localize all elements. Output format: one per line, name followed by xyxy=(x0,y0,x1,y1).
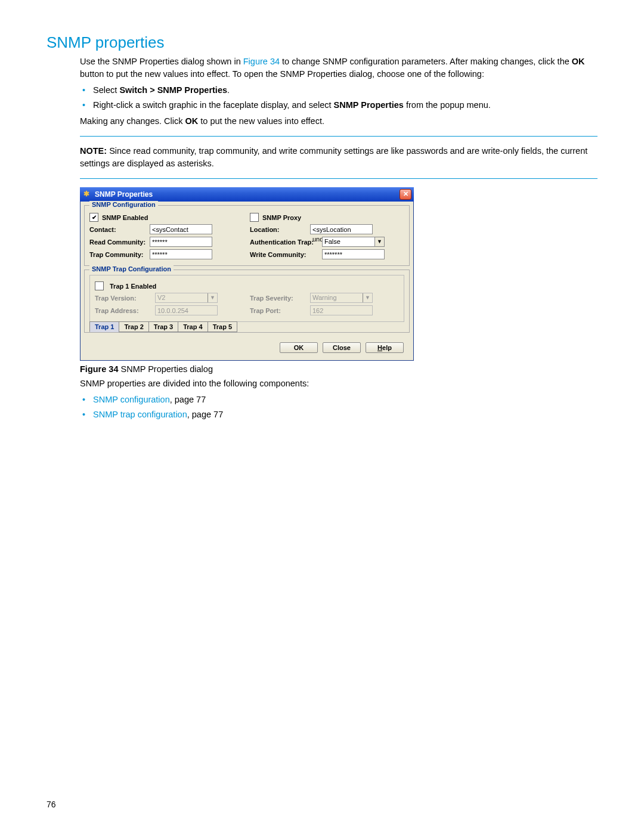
snmp-enabled-label: SNMP Enabled xyxy=(102,214,148,221)
trap-version-label: Trap Version: xyxy=(95,295,151,302)
list-item: SNMP configuration, page 77 xyxy=(92,394,597,406)
tab-trap1[interactable]: Trap 1 xyxy=(89,321,119,332)
note-label: NOTE: xyxy=(80,146,107,156)
chevron-down-icon: ▼ xyxy=(363,293,372,302)
caption-text: SNMP Properties dialog xyxy=(118,364,213,374)
close-icon[interactable]: ✕ xyxy=(400,189,411,200)
contact-label: Contact: xyxy=(89,226,146,233)
text: , page 77 xyxy=(187,410,223,419)
divider xyxy=(80,178,597,179)
trap-community-input[interactable]: ****** xyxy=(150,249,212,259)
trap-port-label: Trap Port: xyxy=(250,307,306,314)
trap-severity-value: Warning xyxy=(311,293,363,302)
figure-link[interactable]: Figure 34 xyxy=(243,57,280,66)
note-text: Since read community, trap community, an… xyxy=(80,146,587,168)
snmp-proxy-checkbox[interactable] xyxy=(250,213,259,222)
write-community-input[interactable]: ******* xyxy=(322,249,385,259)
location-input[interactable]: <sysLocation undefi xyxy=(310,224,373,234)
intro-paragraph: Use the SNMP Properties dialog shown in … xyxy=(80,55,597,80)
list-item: Right-click a switch graphic in the face… xyxy=(92,99,597,112)
trap-severity-select: Warning ▼ xyxy=(310,293,373,303)
trap-severity-label: Trap Severity: xyxy=(250,295,306,302)
text: button to put the new values into effect… xyxy=(80,69,484,79)
trap1-enabled-checkbox[interactable] xyxy=(95,281,104,290)
app-icon xyxy=(83,190,92,199)
trap-port-input: 162 xyxy=(310,305,373,315)
write-community-label: Write Community: xyxy=(250,251,318,258)
divider xyxy=(80,136,597,137)
help-mnemonic: H xyxy=(377,344,382,351)
tab-trap5[interactable]: Trap 5 xyxy=(208,321,237,332)
read-community-label: Read Community: xyxy=(89,239,146,246)
tab-trap3[interactable]: Trap 3 xyxy=(148,321,178,332)
list-item: SNMP trap configuration, page 77 xyxy=(92,408,597,421)
auth-trap-label: Authentication Trap: xyxy=(250,239,318,246)
text: to put the new values into effect. xyxy=(198,116,324,126)
snmp-properties-dialog: SNMP Properties ✕ SNMP Configuration ✔ S… xyxy=(80,187,414,361)
figure-caption: Figure 34 SNMP Properties dialog xyxy=(80,364,597,374)
text: from the popup menu. xyxy=(404,100,491,110)
text: Use the SNMP Properties dialog shown in xyxy=(80,57,243,66)
trap-address-input: 10.0.0.254 xyxy=(155,305,218,315)
group-legend: SNMP Configuration xyxy=(89,201,158,208)
caption-label: Figure 34 xyxy=(80,364,118,374)
snmp-configuration-link[interactable]: SNMP configuration xyxy=(93,395,170,404)
location-label: Location: xyxy=(250,226,306,233)
snmp-enabled-checkbox[interactable]: ✔ xyxy=(89,213,98,222)
dialog-title: SNMP Properties xyxy=(95,190,153,199)
button-bar: OK Close Help xyxy=(84,336,410,357)
page-heading: SNMP properties xyxy=(47,33,597,52)
auth-trap-value: False xyxy=(323,237,374,246)
text: Select xyxy=(93,85,119,95)
text: . xyxy=(227,85,230,95)
snmp-trap-configuration-link[interactable]: SNMP trap configuration xyxy=(93,410,187,419)
titlebar[interactable]: SNMP Properties ✕ xyxy=(80,187,414,202)
snmp-trap-configuration-group: SNMP Trap Configuration Trap 1 Enabled T… xyxy=(84,270,410,333)
trap-version-select: V2 ▼ xyxy=(155,293,218,303)
note-paragraph: NOTE: Since read community, trap communi… xyxy=(80,145,597,170)
trap1-enabled-label: Trap 1 Enabled xyxy=(110,283,156,290)
menu-path-bold: Switch > SNMP Properties xyxy=(119,85,227,95)
ok-bold: OK xyxy=(185,116,199,126)
snmp-properties-bold: SNMP Properties xyxy=(334,100,404,110)
ok-button[interactable]: OK xyxy=(280,342,318,353)
text: , page 77 xyxy=(170,395,206,404)
text: Right-click a switch graphic in the face… xyxy=(93,100,334,110)
text: Making any changes. Click xyxy=(80,116,185,126)
ok-bold: OK xyxy=(572,57,585,66)
read-community-input[interactable]: ****** xyxy=(150,237,212,247)
trap-community-label: Trap Community: xyxy=(89,251,146,258)
auth-trap-select[interactable]: False ▼ xyxy=(322,237,385,247)
contact-input[interactable]: <sysContact undefin xyxy=(150,224,212,234)
close-button[interactable]: Close xyxy=(323,342,361,353)
list-item: Select Switch > SNMP Properties. xyxy=(92,84,597,97)
dialog-body: SNMP Configuration ✔ SNMP Enabled SNMP P… xyxy=(80,202,414,361)
trap-version-value: V2 xyxy=(156,293,208,302)
trap-tabs: Trap 1 Trap 2 Trap 3 Trap 4 Trap 5 xyxy=(89,321,404,332)
trap-address-label: Trap Address: xyxy=(95,307,151,314)
help-rest: elp xyxy=(382,344,392,351)
chevron-down-icon: ▼ xyxy=(208,293,217,302)
paragraph: SNMP properties are divided into the fol… xyxy=(80,377,597,390)
paragraph: Making any changes. Click OK to put the … xyxy=(80,115,597,128)
tab-trap4[interactable]: Trap 4 xyxy=(178,321,208,332)
help-button[interactable]: Help xyxy=(366,342,404,353)
group-legend: SNMP Trap Configuration xyxy=(89,265,174,272)
chevron-down-icon[interactable]: ▼ xyxy=(374,237,384,246)
text: to change SNMP configuration parameters.… xyxy=(280,57,572,66)
snmp-proxy-label: SNMP Proxy xyxy=(262,214,301,221)
page-number: 76 xyxy=(47,800,56,809)
snmp-configuration-group: SNMP Configuration ✔ SNMP Enabled SNMP P… xyxy=(84,205,410,266)
tab-trap2[interactable]: Trap 2 xyxy=(119,321,148,332)
